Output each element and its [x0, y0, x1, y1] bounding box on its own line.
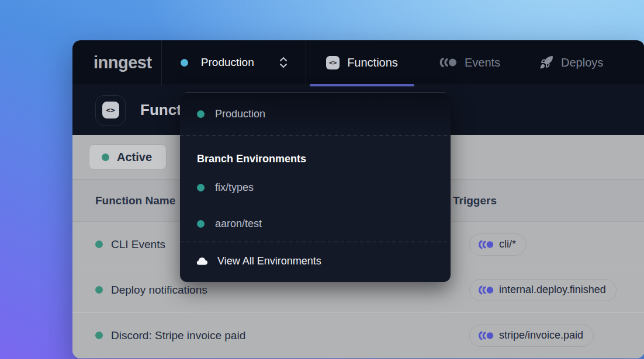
- environment-selector-label: Production: [201, 56, 254, 69]
- status-filter-label: Active: [117, 151, 152, 164]
- view-all-environments-label: View All Environments: [217, 255, 321, 267]
- tab-functions-label: Functions: [347, 56, 398, 69]
- environment-dot: [197, 184, 205, 191]
- branch-environments-heading: Branch Environments: [197, 153, 451, 169]
- column-triggers: Triggers: [453, 194, 644, 207]
- dropdown-item-label: Production: [215, 108, 265, 120]
- environment-dot: [197, 220, 205, 228]
- function-status-dot: [95, 286, 103, 294]
- tab-events[interactable]: Events: [418, 40, 522, 85]
- tab-deploys-label: Deploys: [561, 56, 603, 69]
- environment-dropdown: Production Branch Environments fix/types…: [180, 92, 451, 282]
- environment-status-dot: [181, 59, 188, 67]
- events-icon: [439, 57, 457, 68]
- view-all-environments-item[interactable]: View All Environments: [180, 242, 451, 280]
- environment-dot: [197, 110, 205, 118]
- tab-events-label: Events: [465, 56, 500, 69]
- active-status-dot: [102, 154, 109, 161]
- dropdown-item-production[interactable]: Production: [180, 93, 451, 135]
- top-navigation-bar: inngest Production <> Functions Events: [72, 40, 644, 85]
- function-name: Deploy notifications: [111, 284, 207, 297]
- function-status-dot: [95, 241, 103, 248]
- trigger-badge: stripe/invoice.paid: [469, 325, 594, 347]
- event-trigger-icon: [479, 285, 494, 295]
- tab-deploys[interactable]: Deploys: [522, 40, 644, 85]
- code-icon: <>: [326, 56, 340, 69]
- tab-functions[interactable]: <> Functions: [306, 40, 418, 85]
- trigger-badge: cli/*: [469, 233, 527, 256]
- trigger-name: cli/*: [499, 238, 516, 250]
- inngest-logo: inngest: [94, 53, 152, 72]
- cloud-icon: [196, 256, 209, 266]
- function-status-dot: [95, 332, 103, 339]
- dropdown-divider: [180, 135, 451, 135]
- table-row[interactable]: Discord: Stripe invoice paid stripe/invo…: [72, 313, 644, 358]
- trigger-name: stripe/invoice.paid: [499, 329, 583, 341]
- trigger-name: internal.deploy.finished: [499, 284, 606, 296]
- chevron-up-down-icon: [279, 57, 288, 68]
- main-nav: <> Functions Events Deploys: [306, 40, 644, 85]
- dropdown-item-branch[interactable]: fix/types: [180, 169, 451, 205]
- dropdown-item-label: fix/types: [215, 182, 254, 194]
- functions-page-icon: <>: [102, 102, 119, 118]
- page-icon-frame: <>: [95, 95, 126, 126]
- function-name: CLI Events: [111, 238, 165, 251]
- function-name: Discord: Stripe invoice paid: [111, 329, 245, 342]
- dropdown-item-label: aaron/test: [215, 218, 262, 230]
- event-trigger-icon: [479, 331, 494, 340]
- app-window: inngest Production <> Functions Events: [72, 40, 644, 358]
- logo-section: inngest: [72, 40, 162, 85]
- rocket-icon: [539, 55, 553, 69]
- trigger-badge: internal.deploy.finished: [469, 279, 617, 301]
- active-tab-underline: [310, 84, 414, 86]
- event-trigger-icon: [479, 240, 494, 249]
- dropdown-item-branch[interactable]: aaron/test: [180, 205, 451, 242]
- status-filter-active[interactable]: Active: [89, 144, 167, 170]
- environment-selector[interactable]: Production: [162, 40, 306, 85]
